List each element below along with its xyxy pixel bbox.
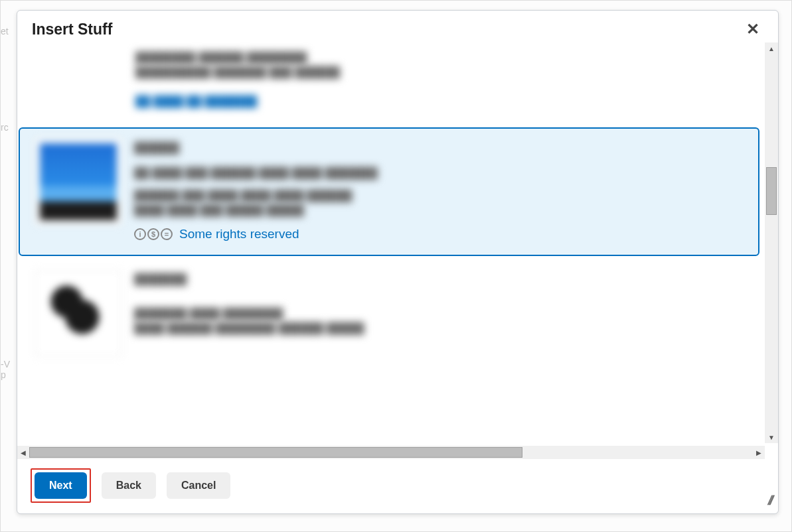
blurred-text: ██████████ ███████ ███ ██████ bbox=[135, 66, 742, 76]
blurred-title: ███████ bbox=[134, 273, 181, 284]
blurred-text: ██████ ███ ████ ████ ████ ██████ bbox=[134, 190, 366, 199]
blurred-text: ████ ████ ███ █████ █████ bbox=[134, 204, 307, 214]
results-list: ████████ ██████ ████████ ██████████ ████… bbox=[17, 42, 763, 444]
result-thumbnail bbox=[36, 139, 121, 241]
dialog-title: Insert Stuff bbox=[32, 21, 742, 38]
scroll-left-icon[interactable]: ◀ bbox=[17, 446, 29, 459]
scroll-right-icon[interactable]: ▶ bbox=[753, 446, 765, 459]
scroll-up-icon[interactable]: ▲ bbox=[765, 42, 778, 54]
result-card[interactable]: ███████ ███████ ████ ████████ ████ █████… bbox=[19, 259, 759, 357]
result-card[interactable]: ████████ ██████ ████████ ██████████ ████… bbox=[19, 45, 759, 125]
dialog-footer: Next Back Cancel /// bbox=[17, 459, 778, 513]
cc-icons: i $ = bbox=[134, 228, 173, 240]
next-button[interactable]: Next bbox=[35, 472, 87, 499]
back-button[interactable]: Back bbox=[102, 472, 156, 499]
result-thumbnail bbox=[36, 271, 121, 356]
horizontal-scrollbar[interactable]: ◀ ▶ bbox=[17, 446, 765, 459]
scrollbar-thumb[interactable] bbox=[29, 447, 522, 458]
dialog-header: Insert Stuff ✕ bbox=[17, 11, 778, 42]
vertical-scrollbar[interactable]: ▲ ▼ bbox=[765, 42, 778, 443]
resize-handle-icon[interactable]: /// bbox=[767, 493, 773, 508]
blurred-text: ██ ████ ███ ██████ ████ ████ ███████ bbox=[134, 167, 413, 176]
dialog-body: ████████ ██████ ████████ ██████████ ████… bbox=[17, 42, 778, 459]
blurred-text: ███████ ████ ████████ bbox=[134, 308, 327, 317]
close-icon[interactable]: ✕ bbox=[742, 20, 763, 38]
cancel-button[interactable]: Cancel bbox=[167, 472, 230, 499]
cc-nc-icon: $ bbox=[147, 228, 159, 240]
insert-stuff-dialog: Insert Stuff ✕ ████████ ██████ ████████ … bbox=[17, 10, 779, 514]
scrollbar-track[interactable] bbox=[765, 54, 778, 431]
blurred-title: ██████ bbox=[134, 142, 181, 153]
blurred-text: ████████ ██████ ████████ bbox=[135, 52, 742, 61]
scrollbar-thumb[interactable] bbox=[766, 167, 777, 215]
scrollbar-track[interactable] bbox=[29, 446, 753, 459]
next-button-highlight: Next bbox=[31, 468, 91, 503]
rights-link[interactable]: Some rights reserved bbox=[179, 227, 299, 241]
peek-text: et bbox=[1, 26, 9, 36]
peek-text: -Vp bbox=[1, 359, 10, 380]
peek-text: rc bbox=[1, 122, 9, 133]
blurred-text: ████ ██████ ████████ ██████ █████ bbox=[134, 322, 373, 332]
cc-by-icon: i bbox=[134, 228, 146, 240]
blurred-link[interactable]: ██ ████ ██ ███████ bbox=[135, 96, 281, 105]
scroll-down-icon[interactable]: ▼ bbox=[765, 431, 778, 443]
cc-nd-icon: = bbox=[161, 228, 173, 240]
result-card-selected[interactable]: ██████ ██ ████ ███ ██████ ████ ████ ████… bbox=[19, 127, 759, 256]
rights-row: i $ = Some rights reserved bbox=[134, 227, 742, 241]
